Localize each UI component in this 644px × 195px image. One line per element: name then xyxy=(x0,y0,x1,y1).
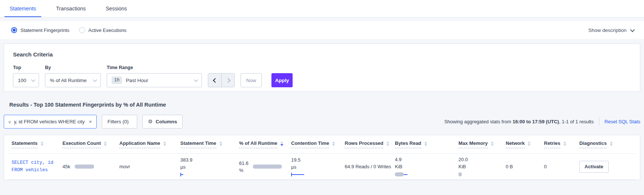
filters-label: Filters (0) xyxy=(107,119,129,124)
cell-bytes-read: 4.9 KiB xyxy=(391,157,455,176)
search-icon: ⌕ xyxy=(6,118,13,125)
aggregated-stats-text: Showing aggregated stats from 16:00 to 1… xyxy=(444,119,594,124)
page-tabbar: Statements Transactions Sessions xyxy=(0,0,644,17)
chevron-left-icon xyxy=(213,78,218,83)
execution-count-bar xyxy=(75,165,94,169)
cell-statement-time: 383.9 µs xyxy=(177,157,235,176)
column-header-statements[interactable]: Statements xyxy=(8,140,59,148)
activate-diagnostics-button[interactable]: Activate xyxy=(579,161,609,173)
sort-icon[interactable] xyxy=(332,142,335,146)
sort-icon[interactable] xyxy=(104,142,107,146)
cell-statement-fingerprint[interactable]: SELECT city, idFROM vehicles xyxy=(8,159,59,174)
time-range-label: Time Range xyxy=(107,65,202,70)
cell-retries: 0 xyxy=(540,164,576,169)
next-range-button[interactable] xyxy=(221,74,234,87)
column-header-application-name[interactable]: Application Name xyxy=(116,140,177,148)
tab-sessions[interactable]: Sessions xyxy=(100,0,132,17)
search-input[interactable] xyxy=(14,119,85,124)
time-range-value: Past Hour xyxy=(126,78,148,83)
sort-icon[interactable] xyxy=(386,142,389,146)
max-memory-bar xyxy=(458,172,468,176)
radio-unselected-icon xyxy=(79,27,85,33)
column-header-execution-count[interactable]: Execution Count xyxy=(59,140,116,148)
filters-button[interactable]: Filters (0) xyxy=(102,115,137,129)
top-label: Top xyxy=(13,65,39,70)
table-header-row: Statements Execution Count Application N… xyxy=(8,135,636,154)
chevron-down-icon xyxy=(630,27,635,32)
show-description-toggle[interactable]: Show description xyxy=(588,27,634,33)
cell-runtime: 61.6 % xyxy=(235,160,287,173)
columns-button[interactable]: ⚙ Columns xyxy=(142,115,183,129)
table-row: SELECT city, idFROM vehicles 45k movr 38… xyxy=(8,154,636,180)
by-label: By xyxy=(45,65,101,70)
time-range-stepper xyxy=(208,73,235,87)
tab-transactions[interactable]: Transactions xyxy=(51,0,91,17)
cell-diagnostics: Activate xyxy=(576,161,636,173)
runtime-bar xyxy=(253,165,282,169)
cell-execution-count: 45k xyxy=(59,164,116,169)
time-range-select[interactable]: 1h Past Hour xyxy=(107,73,202,87)
divider xyxy=(599,117,599,126)
sort-icon-active[interactable] xyxy=(280,142,283,146)
results-toolbar: ⌕ × Filters (0) ⚙ Columns Showing aggreg… xyxy=(4,114,640,129)
tab-statements[interactable]: Statements xyxy=(4,0,41,17)
show-description-label: Show description xyxy=(588,27,627,33)
sort-icon[interactable] xyxy=(219,142,222,146)
cell-network: 0 B xyxy=(502,164,540,169)
time-range-badge: 1h xyxy=(112,77,122,84)
sort-icon[interactable] xyxy=(491,142,494,146)
cell-rows-processed: 64.9 Reads / 0 Writes xyxy=(341,164,391,169)
statement-time-whisker xyxy=(180,173,193,176)
sort-icon[interactable] xyxy=(424,142,427,146)
cell-application-name: movr xyxy=(116,164,177,169)
radio-statement-fingerprints[interactable]: Statement Fingerprints xyxy=(11,27,70,33)
sort-icon[interactable] xyxy=(563,142,566,146)
radio-selected-icon xyxy=(11,27,17,33)
gear-icon: ⚙ xyxy=(148,119,153,124)
column-header-diagnostics[interactable]: Diagnostics xyxy=(576,140,636,148)
search-criteria-panel: Search Criteria Top 100 By % of All Runt… xyxy=(4,43,640,92)
sort-icon[interactable] xyxy=(41,142,44,146)
results-table: Statements Execution Count Application N… xyxy=(4,135,640,180)
statement-link[interactable]: SELECT city, idFROM vehicles xyxy=(12,159,54,174)
top-select-value: 100 xyxy=(18,78,26,83)
column-header-rows-processed[interactable]: Rows Processed xyxy=(341,140,391,148)
chevron-down-icon xyxy=(194,78,198,82)
sort-icon[interactable] xyxy=(610,142,613,146)
now-button[interactable]: Now xyxy=(241,73,262,87)
contention-whisker xyxy=(291,173,304,176)
bytes-read-bar xyxy=(395,172,408,176)
column-header-bytes-read[interactable]: Bytes Read xyxy=(391,140,455,148)
radio-label: Active Executions xyxy=(88,27,127,33)
radio-active-executions[interactable]: Active Executions xyxy=(79,27,127,33)
view-toggle-bar: Statement Fingerprints Active Executions… xyxy=(0,21,644,39)
chevron-right-icon xyxy=(226,78,231,83)
column-header-retries[interactable]: Retries xyxy=(540,140,576,148)
apply-button[interactable]: Apply xyxy=(271,73,293,87)
by-select[interactable]: % of All Runtime xyxy=(45,73,101,87)
column-header-network[interactable]: Network xyxy=(502,140,540,148)
chevron-down-icon xyxy=(93,78,97,82)
columns-label: Columns xyxy=(156,119,177,124)
results-heading: Results - Top 100 Statement Fingerprints… xyxy=(9,102,644,108)
column-header-runtime[interactable]: % of All Runtime xyxy=(235,140,287,148)
reset-sql-stats-link[interactable]: Reset SQL Stats xyxy=(605,119,640,124)
by-select-value: % of All Runtime xyxy=(50,78,87,83)
column-header-contention-time[interactable]: Contention Time xyxy=(287,140,341,148)
top-select[interactable]: 100 xyxy=(13,73,39,87)
radio-label: Statement Fingerprints xyxy=(20,27,70,33)
cell-max-memory: 20.0 KiB xyxy=(455,157,502,176)
previous-range-button[interactable] xyxy=(208,74,221,87)
cell-contention-time: 19.5 µs xyxy=(287,157,341,176)
column-header-statement-time[interactable]: Statement Time xyxy=(177,140,235,148)
column-header-max-memory[interactable]: Max Memory xyxy=(455,140,502,148)
clear-search-icon[interactable]: × xyxy=(88,119,93,124)
search-criteria-title: Search Criteria xyxy=(13,51,631,58)
sort-icon[interactable] xyxy=(528,142,531,146)
chevron-down-icon xyxy=(31,78,35,82)
statement-search-box: ⌕ × xyxy=(4,115,97,129)
sort-icon[interactable] xyxy=(163,142,166,146)
